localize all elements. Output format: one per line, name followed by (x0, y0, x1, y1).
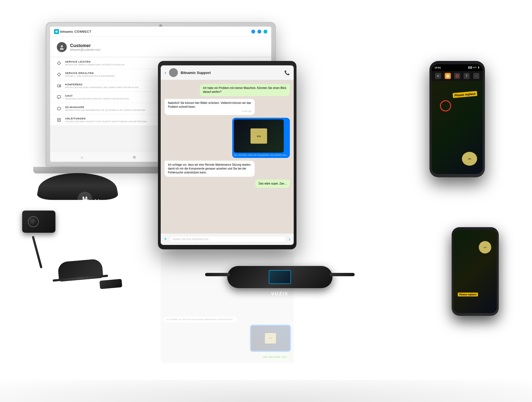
chat-input-placeholder: Geben Sie Ihre Nachricht ein... (173, 238, 211, 241)
user-info: Customer bitnamic@customer.com (70, 43, 101, 51)
service-leisten-icon (57, 61, 61, 65)
chat-input-field[interactable]: Geben Sie Ihre Nachricht ein... (169, 236, 287, 243)
vuzix-arm-left (205, 273, 230, 276)
scene: bitnamic CONNECT (0, 0, 532, 402)
vuzix-device: VUZIX (227, 249, 332, 305)
msg-text-4: Das wäre super. Zan... (259, 182, 287, 185)
more-tool[interactable]: ⋯ (473, 73, 479, 79)
chat-attach-button[interactable]: + (164, 236, 167, 242)
annotation-toolbar[interactable]: ✏ ⬜ ⭕ T ⋯ (432, 71, 483, 81)
chat-call-icon[interactable]: 📞 (284, 70, 290, 75)
msg-text-3: Ich schlage vor, dass wir eine Remote Ma… (168, 163, 251, 174)
chat-header: ‹ Bitnamic Support 📞 (161, 65, 294, 80)
anleitungen-icon (57, 118, 61, 122)
replace-annotation: Please replace (452, 91, 477, 98)
chat-message-1: Natürlich! Sie können hier Bilder schick… (165, 99, 255, 115)
img-caption: Wir vermuten, dass die Hauptplatine das … (234, 154, 288, 156)
konferenz-icon (57, 84, 61, 88)
phone-screen: 13:01 ▐▐▐ WiFi 🔋 ✏ ⬜ ⭕ T ⋯ (432, 64, 483, 174)
arm-end (99, 279, 122, 289)
signal-icon: ▐▐▐ (468, 66, 472, 69)
svg-point-0 (55, 30, 58, 33)
workband-device: Workband M (17, 155, 133, 288)
chat-contact-avatar (169, 68, 178, 77)
tablet-screen: ‹ Bitnamic Support 📞 Ich habe ein Proble… (161, 65, 294, 245)
pcb-image: VIA (234, 119, 284, 153)
vuzix-arm-right (330, 273, 355, 276)
user-email: bitnamic@customer.com (70, 48, 101, 51)
pencil-tool[interactable]: ✏ (435, 73, 441, 79)
header-icons (251, 30, 267, 34)
chat-messages: Ich habe ein Problem mit meiner Maschine… (161, 80, 294, 233)
svg-rect-4 (57, 96, 61, 98)
vuzix-brand-label: VUZIX (271, 291, 288, 296)
phone-time: 13:01 (434, 66, 441, 69)
logo-icon (54, 29, 59, 34)
tablet-outer: ‹ Bitnamic Support 📞 Ich habe ein Proble… (158, 61, 296, 249)
phone-bottom-outer: Please replace VIA (452, 227, 499, 316)
camera-lens (28, 216, 39, 227)
text-tool[interactable]: T (464, 73, 470, 79)
header-icon-2[interactable] (264, 30, 267, 34)
phone-bottom-screen: Please replace VIA (454, 230, 497, 313)
chat-icon (57, 95, 61, 99)
logo-connect: CONNECT (75, 30, 91, 33)
user-name: Customer (70, 43, 101, 48)
phone-bottom-companion: Please replace VIA (452, 227, 499, 316)
wifi-icon: WiFi (473, 66, 477, 69)
msg-time-1: 11:44 Uhr (168, 110, 251, 113)
reflection-img: VIA (250, 325, 291, 352)
workband-arm (32, 236, 43, 268)
user-avatar (57, 42, 67, 52)
avatar-icon (59, 44, 65, 50)
3d-icon (57, 106, 61, 111)
phone-status-bar: 13:01 ▐▐▐ WiFi 🔋 (432, 64, 483, 71)
chat-send-button[interactable]: › (289, 236, 290, 242)
service-erhalten-icon (57, 72, 61, 77)
pcb-grid: Please replace VIA (454, 230, 497, 313)
phone-outer: 13:01 ▐▐▐ WiFi 🔋 ✏ ⬜ ⭕ T ⋯ (429, 61, 485, 177)
header-icon-1[interactable] (257, 30, 261, 34)
rectangle-tool[interactable]: ⬜ (445, 73, 451, 79)
chat-contact-name: Bitnamic Support (181, 71, 282, 75)
app-header: bitnamic CONNECT (50, 27, 271, 37)
msg-text-0: Ich habe ein Problem mit meiner Maschine… (203, 86, 287, 93)
workband-body: Workband M (17, 155, 133, 288)
notification-icon[interactable] (251, 30, 255, 34)
phone-status-icons: ▐▐▐ WiFi 🔋 (468, 66, 480, 69)
user-profile: Customer bitnamic@customer.com (50, 37, 271, 57)
phone-annotation: 13:01 ▐▐▐ WiFi 🔋 ✏ ⬜ ⭕ T ⋯ (429, 61, 485, 177)
circle-tool[interactable]: ⭕ (454, 73, 460, 79)
svg-rect-3 (57, 85, 60, 87)
app-logo: bitnamic CONNECT (54, 29, 91, 34)
svg-point-2 (60, 48, 64, 50)
reflection-msg-3: Ich schlage vor, dass wir eine Remote Ma… (163, 317, 237, 322)
tablet: ‹ Bitnamic Support 📞 Ich habe ein Proble… (158, 61, 296, 249)
annotation-circle (440, 100, 451, 111)
via-chip-image: VIA (250, 129, 267, 144)
logo-bitnamic: bitnamic (60, 30, 73, 33)
vuzix-lens (269, 270, 291, 284)
replace-label-bottom: Please replace (458, 293, 478, 296)
chat-message-0: Ich habe ein Problem mit meiner Maschine… (200, 84, 290, 96)
svg-point-1 (61, 45, 63, 47)
pcb-background: Please replace VIA (432, 81, 483, 174)
via-chip-phone: VIA (462, 152, 477, 166)
vuzix-body: VUZIX (227, 266, 332, 288)
chat-image: VIA (234, 119, 284, 153)
headband-strap: Workband M (36, 173, 119, 200)
msg-text-1: Natürlich! Sie können hier Bilder schick… (168, 101, 251, 108)
phone-pcb-view: Please replace VIA (432, 81, 483, 174)
shadow-overlay (0, 380, 532, 402)
battery-icon: 🔋 (477, 66, 480, 69)
reflection-msg-1: Das wäre super. Zan... (260, 354, 291, 360)
chat-back-button[interactable]: ‹ (165, 70, 166, 76)
logo-svg (55, 30, 58, 33)
chat-input-area: + Geben Sie Ihre Nachricht ein... › (161, 233, 294, 245)
phone-bottom-pcb: Please replace VIA (454, 230, 497, 313)
chat-message-3: Ich schlage vor, dass wir eine Remote Ma… (165, 161, 255, 177)
chat-message-4: Das wäre super. Zan... (255, 180, 290, 188)
chat-image-message: VIA Wir vermuten, dass die Hauptplatine … (232, 118, 290, 158)
workband-camera (22, 211, 55, 233)
via-circle-bottom: VIA (479, 241, 491, 254)
